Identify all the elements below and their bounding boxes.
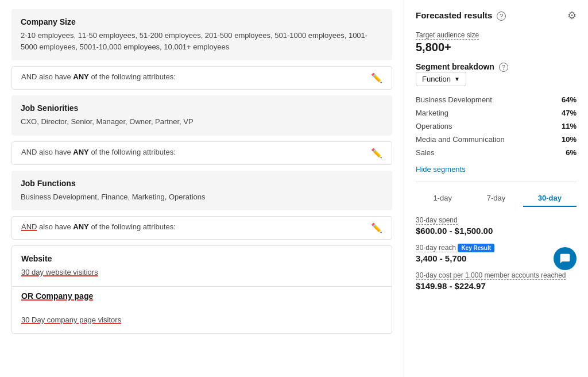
or-connector: OR Company page: [12, 286, 392, 309]
or-company-page-text: OR Company page: [21, 291, 93, 301]
segment-help-icon[interactable]: ?: [499, 63, 508, 72]
job-functions-title: Job Functions: [21, 179, 383, 188]
key-result-badge: Key Result: [458, 244, 494, 252]
segment-list: Business Development64%Marketing47%Opera…: [416, 93, 577, 159]
segment-breakdown-title: Segment breakdown: [416, 62, 494, 71]
company-page-section: 30 Day company page visitors: [12, 309, 392, 334]
company-size-values: 2-10 employees, 11-50 employees, 51-200 …: [21, 30, 383, 52]
hide-segments-link[interactable]: Hide segments: [416, 165, 577, 174]
gear-icon[interactable]: ⚙: [567, 9, 577, 22]
connector-1-edit-icon[interactable]: ✏️: [371, 72, 382, 83]
cost-value: $149.98 - $224.97: [416, 281, 577, 291]
segment-row: Operations11%: [416, 120, 577, 133]
segment-row: Business Development64%: [416, 93, 577, 106]
reach-label: 30-day reach Key Result: [416, 244, 494, 252]
segment-pct: 47%: [562, 109, 577, 117]
job-functions-values: Business Development, Finance, Marketing…: [21, 191, 383, 203]
audience-size-value: 5,800+: [416, 41, 577, 54]
right-panel: Forecasted results ? ⚙ Target audience s…: [404, 0, 588, 377]
forecasted-help-icon[interactable]: ?: [497, 11, 506, 21]
chat-bubble-icon[interactable]: [554, 247, 577, 270]
connector-2: AND also have ANY of the following attri…: [11, 141, 392, 165]
segment-pct: 11%: [562, 122, 577, 130]
audience-size-label: Target audience size: [416, 31, 479, 40]
segment-name: Operations: [416, 122, 452, 130]
segment-name: Media and Communication: [416, 135, 505, 144]
segment-pct: 64%: [562, 95, 577, 104]
left-panel: Company Size 2-10 employees, 11-50 emplo…: [0, 0, 404, 377]
segment-pct: 6%: [566, 148, 577, 157]
spend-label: 30-day spend: [416, 216, 458, 225]
job-seniorities-section: Job Seniorities CXO, Director, Senior, M…: [11, 95, 392, 136]
spend-value: $600.00 - $1,500.00: [416, 226, 577, 236]
cost-metric: 30-day cost per 1,000 member accounts re…: [416, 270, 577, 291]
website-visitiors-text: 30 day website visitiors: [21, 268, 98, 276]
tabs-row: 1-day7-day30-day: [416, 190, 577, 207]
reach-metric-row: 30-day reach Key Result 3,400 - 5,700: [416, 243, 577, 270]
segment-pct: 10%: [562, 135, 577, 144]
forecasted-results-title: Forecasted results ?: [416, 10, 506, 21]
tab-7-day[interactable]: 7-day: [469, 190, 523, 207]
company-size-title: Company Size: [21, 17, 383, 26]
tab-1-day[interactable]: 1-day: [416, 190, 469, 207]
connector-1: AND also have ANY of the following attri…: [11, 66, 392, 90]
tab-30-day[interactable]: 30-day: [523, 190, 577, 207]
audience-size-block: Target audience size 5,800+: [416, 30, 577, 54]
connector-3: AND also have ANY of the following attri…: [11, 216, 392, 240]
divider: [416, 182, 577, 182]
website-section: Website 30 day website visitiors: [12, 246, 392, 286]
segment-name: Sales: [416, 148, 435, 157]
segment-breakdown-block: Segment breakdown ? Function ▼ Business …: [416, 62, 577, 174]
reach-metric: 30-day reach Key Result 3,400 - 5,700: [416, 243, 549, 263]
segment-row: Media and Communication10%: [416, 133, 577, 146]
connector-2-edit-icon[interactable]: ✏️: [371, 148, 382, 159]
job-seniorities-values: CXO, Director, Senior, Manager, Owner, P…: [21, 116, 383, 128]
connector-3-edit-icon[interactable]: ✏️: [371, 222, 382, 233]
website-group: Website 30 day website visitiors OR Comp…: [11, 245, 392, 334]
connector-3-text: AND also have ANY of the following attri…: [21, 222, 176, 231]
cost-label: 30-day cost per 1,000 member accounts re…: [416, 271, 566, 280]
connector-1-text: AND also have ANY of the following attri…: [21, 72, 176, 81]
reach-value: 3,400 - 5,700: [416, 253, 549, 263]
job-functions-section: Job Functions Business Development, Fina…: [11, 171, 392, 211]
website-title: Website: [21, 254, 382, 263]
spend-metric: 30-day spend $600.00 - $1,500.00: [416, 215, 577, 236]
website-values: 30 day website visitiors: [21, 267, 382, 278]
segment-name: Marketing: [416, 109, 448, 117]
forecasted-results-header: Forecasted results ? ⚙: [416, 9, 577, 22]
function-dropdown[interactable]: Function ▼: [416, 72, 466, 86]
job-seniorities-title: Job Seniorities: [21, 103, 383, 113]
segment-row: Marketing47%: [416, 106, 577, 120]
dropdown-arrow-icon: ▼: [454, 76, 460, 82]
company-size-section: Company Size 2-10 employees, 11-50 emplo…: [11, 9, 392, 60]
company-page-values: 30 Day company page visitors: [21, 314, 382, 326]
connector-2-text: AND also have ANY of the following attri…: [21, 148, 176, 156]
segment-name: Business Development: [416, 95, 492, 104]
segment-row: Sales6%: [416, 146, 577, 159]
